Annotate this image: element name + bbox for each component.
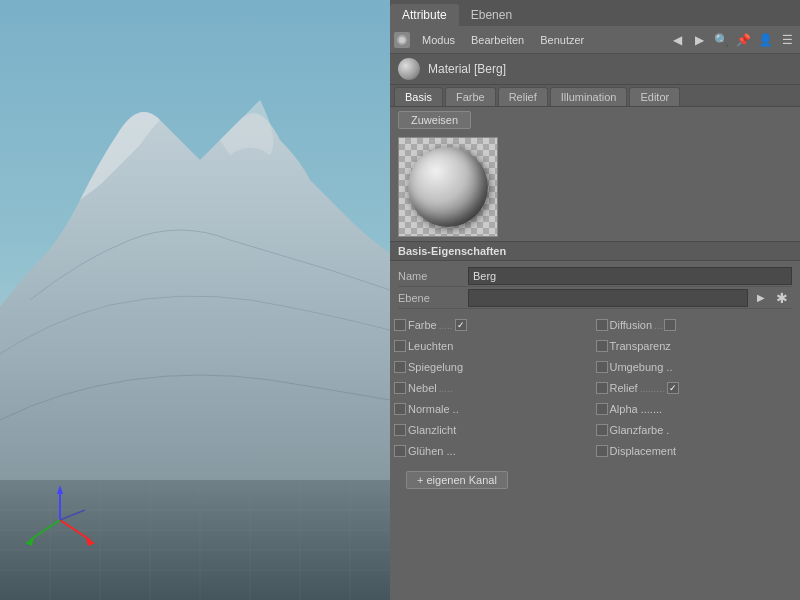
umgebung-label: Umgebung .. [610, 361, 673, 373]
sub-tab-farbe[interactable]: Farbe [445, 87, 496, 106]
diffusion-checkbox[interactable] [596, 319, 608, 331]
sub-tab-relief[interactable]: Relief [498, 87, 548, 106]
gluehen-checkbox[interactable] [394, 445, 406, 457]
preview-area [390, 133, 800, 241]
axis-gizmo [20, 480, 100, 560]
svg-line-4 [60, 520, 90, 540]
assign-button[interactable]: Zuweisen [398, 111, 471, 129]
nebel-dots: ..... [439, 383, 453, 394]
channel-glanzlicht: Glanzlicht [394, 420, 595, 440]
svg-point-10 [399, 37, 405, 43]
svg-marker-3 [57, 485, 63, 494]
preview-sphere-container [398, 137, 498, 237]
umgebung-checkbox[interactable] [596, 361, 608, 373]
tab-ebenen[interactable]: Ebenen [459, 4, 524, 26]
farbe-check-icon[interactable]: ✓ [455, 319, 467, 331]
sub-tab-editor[interactable]: Editor [629, 87, 680, 106]
benutzer-btn[interactable]: Benutzer [536, 32, 588, 48]
viewport[interactable] [0, 0, 390, 600]
channel-transparenz: Transparenz [596, 336, 797, 356]
search-icon[interactable]: 🔍 [712, 31, 730, 49]
leuchten-label: Leuchten [408, 340, 453, 352]
add-channel-button[interactable]: + eigenen Kanal [406, 471, 508, 489]
gluehen-label: Glühen ... [408, 445, 456, 457]
tab-attribute[interactable]: Attribute [390, 4, 459, 26]
ebene-arrow-icon[interactable]: ▶ [752, 289, 770, 307]
leuchten-checkbox[interactable] [394, 340, 406, 352]
bearbeiten-btn[interactable]: Bearbeiten [467, 32, 528, 48]
displacement-checkbox[interactable] [596, 445, 608, 457]
farbe-checkbox[interactable] [394, 319, 406, 331]
relief-dots: ......... [640, 383, 665, 394]
add-channel-row: + eigenen Kanal [390, 463, 800, 497]
ebene-settings-icon[interactable]: ✱ [772, 289, 792, 307]
channel-leuchten: Leuchten [394, 336, 595, 356]
sub-tabs: Basis Farbe Relief Illumination Editor [390, 85, 800, 107]
right-panel: Attribute Ebenen Modus Bearbeiten Benutz… [390, 0, 800, 600]
channels-grid: Farbe ..... ✓ Diffusion ... Leuchten [390, 313, 800, 463]
arrow-right-icon[interactable]: ▶ [690, 31, 708, 49]
toolbar-icon-left[interactable] [394, 32, 410, 48]
ebene-row: Ebene ▶ ✱ [398, 287, 792, 309]
nebel-label: Nebel [408, 382, 437, 394]
section-header: Basis-Eigenschaften [390, 241, 800, 261]
content-area: Zuweisen Basis-Eigenschaften Name Ebene [390, 107, 800, 600]
normale-checkbox[interactable] [394, 403, 406, 415]
material-name: Material [Berg] [428, 62, 506, 76]
ebene-label: Ebene [398, 292, 468, 304]
svg-line-6 [30, 520, 60, 540]
spiegelung-checkbox[interactable] [394, 361, 406, 373]
glanzfarbe-checkbox[interactable] [596, 424, 608, 436]
farbe-dots: ..... [439, 320, 453, 331]
name-input[interactable] [468, 267, 792, 285]
sub-tab-illumination[interactable]: Illumination [550, 87, 628, 106]
channel-diffusion: Diffusion ... [596, 315, 797, 335]
ebene-value[interactable] [468, 289, 748, 307]
channel-glanzfarbe: Glanzfarbe . [596, 420, 797, 440]
channel-umgebung: Umgebung .. [596, 357, 797, 377]
glanzlicht-checkbox[interactable] [394, 424, 406, 436]
transparenz-checkbox[interactable] [596, 340, 608, 352]
preview-sphere [408, 147, 488, 227]
glanzfarbe-label: Glanzfarbe . [610, 424, 670, 436]
relief-check-icon[interactable]: ✓ [667, 382, 679, 394]
diffusion-check-icon[interactable] [664, 319, 676, 331]
displacement-label: Displacement [610, 445, 677, 457]
channel-nebel: Nebel ..... [394, 378, 595, 398]
channel-spiegelung: Spiegelung [394, 357, 595, 377]
farbe-label: Farbe [408, 319, 437, 331]
relief-checkbox[interactable] [596, 382, 608, 394]
sub-tab-basis[interactable]: Basis [394, 87, 443, 106]
assign-btn-row: Zuweisen [390, 107, 800, 133]
name-row: Name [398, 265, 792, 287]
relief-label: Relief [610, 382, 638, 394]
material-sphere-icon [398, 58, 420, 80]
glanzlicht-label: Glanzlicht [408, 424, 456, 436]
channel-normale: Normale .. [394, 399, 595, 419]
diffusion-dots: ... [654, 320, 662, 331]
top-tabs: Attribute Ebenen [390, 0, 800, 26]
channel-relief: Relief ......... ✓ [596, 378, 797, 398]
arrow-left-icon[interactable]: ◀ [668, 31, 686, 49]
nebel-checkbox[interactable] [394, 382, 406, 394]
diffusion-label: Diffusion [610, 319, 653, 331]
name-label: Name [398, 270, 468, 282]
channel-alpha: Alpha ....... [596, 399, 797, 419]
pin-icon[interactable]: 📌 [734, 31, 752, 49]
spiegelung-label: Spiegelung [408, 361, 463, 373]
channel-farbe: Farbe ..... ✓ [394, 315, 595, 335]
menu-icon[interactable]: ☰ [778, 31, 796, 49]
svg-line-8 [60, 510, 85, 520]
user-icon[interactable]: 👤 [756, 31, 774, 49]
properties-table: Name Ebene ▶ ✱ [390, 261, 800, 313]
channel-gluehen: Glühen ... [394, 441, 595, 461]
material-header: Material [Berg] [390, 54, 800, 85]
transparenz-label: Transparenz [610, 340, 671, 352]
toolbar: Modus Bearbeiten Benutzer ◀ ▶ 🔍 📌 👤 ☰ [390, 26, 800, 54]
normale-label: Normale .. [408, 403, 459, 415]
channel-displacement: Displacement [596, 441, 797, 461]
modus-btn[interactable]: Modus [418, 32, 459, 48]
alpha-checkbox[interactable] [596, 403, 608, 415]
alpha-label: Alpha ....... [610, 403, 663, 415]
ebene-icons: ▶ ✱ [752, 289, 792, 307]
